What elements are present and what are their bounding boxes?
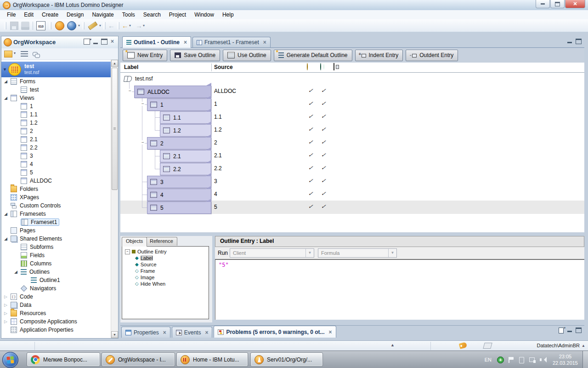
web-visible-check[interactable]: ✓ [321,87,327,94]
language-indicator[interactable]: EN [485,357,492,362]
expander-icon[interactable]: ▼ [1,67,8,72]
outline-entry-1.2[interactable]: 1.2 [160,124,211,137]
tree-item-4[interactable]: 4 [1,160,111,168]
tab-reference[interactable]: Reference [146,237,177,246]
tree-item-fields[interactable]: Fields [1,251,111,259]
scroll-down-icon[interactable]: ▼ [111,331,118,338]
tree-item-alldoc[interactable]: ALLDOC [1,177,111,185]
notes-visible-check[interactable]: ✓ [308,190,314,197]
dropdown-arrow-icon[interactable]: ▾ [129,23,131,28]
run-target-select[interactable]: Client ▼ [230,248,314,258]
tree-item-test[interactable]: ▼testtest.nsf [1,62,111,77]
menu-item-design[interactable]: Design [62,11,88,19]
web-visible-check[interactable]: ✓ [321,152,327,158]
expander-icon[interactable]: ◢ [4,212,11,216]
link-with-editor-icon[interactable] [33,52,38,56]
menu-item-search[interactable]: Search [139,11,165,19]
tree-item-composite-applications[interactable]: ▷Composite Applications [1,317,111,326]
expander-icon[interactable]: ▷ [4,319,11,324]
minimize-panel-icon[interactable] [567,331,572,332]
maximize-editor-icon[interactable] [576,39,582,44]
scrollbar-thumb[interactable] [112,68,118,190]
tree-item-3[interactable]: 3 [1,152,111,160]
dropdown-arrow-icon[interactable]: ▾ [99,23,101,28]
menu-item-edit[interactable]: Edit [20,11,38,19]
outline-entry-1.1[interactable]: 1.1 [160,111,211,124]
close-tab-icon[interactable]: × [329,330,332,334]
objects-item-hide-when[interactable]: ◇Hide When [122,281,209,287]
expand-status-icon[interactable]: ▲ [390,343,395,347]
tree-item-frameset1[interactable]: Frameset1 [1,218,111,226]
tree-item-pages[interactable]: Pages [1,226,111,235]
notes-visible-check[interactable]: ✓ [308,113,314,120]
taskbar-button-home-ibm-lotu...[interactable]: Home - IBM Lotu... [176,352,248,367]
save-icon[interactable] [10,22,18,30]
outline-entry-2.1[interactable]: 2.1 [160,150,211,162]
database-icon[interactable] [67,21,76,30]
close-tab-icon[interactable]: × [205,330,208,335]
outline-entry-2.2[interactable]: 2.2 [160,163,211,175]
tree-item-5[interactable]: 5 [1,168,111,177]
taskbar-button-orgworkspace-i...[interactable]: OrgWorkspace - I... [102,352,175,367]
show-desktop-button[interactable] [582,351,588,368]
bottom-tab-events[interactable]: Events× [172,327,213,338]
tree-item-shared-elements[interactable]: ◢Shared Elements [1,235,111,243]
web-visible-check[interactable]: ✓ [321,126,327,132]
signature-icon[interactable] [483,343,492,349]
bottom-tab-problems[interactable]: Problems (5 errors, 0 warnings, 0 ot...× [214,326,336,338]
tree-item-outline1[interactable]: Outline1 [1,276,111,284]
taskbar-button-serv01-org-org-...[interactable]: Serv01/Org/Org/... [250,352,323,367]
tree-item-application-properties[interactable]: Application Properties [1,326,111,334]
tree-item-views[interactable]: ◢Views [1,94,111,102]
editor-tab-frameset1-frameset[interactable]: Frameset1 - Frameset× [192,37,271,47]
tree-item-2.2[interactable]: 2.2 [1,144,111,152]
web-visible-check[interactable]: ✓ [321,190,327,197]
forward-arrow-icon[interactable]: → [136,22,142,30]
volume-icon[interactable] [539,356,546,363]
close-tab-icon[interactable]: × [163,330,166,335]
collapse-toggle[interactable]: − [128,89,132,93]
tree-item-folders[interactable]: Folders [1,185,111,193]
objects-item-source[interactable]: ◆Source [122,261,209,268]
expander-icon[interactable]: ▷ [4,294,11,299]
restore-button[interactable] [550,0,565,8]
menu-item-help[interactable]: Help [218,11,238,19]
close-tab-icon[interactable]: × [184,40,187,45]
outline-entry-4[interactable]: 4 [147,189,211,201]
generate-default-outline-button[interactable]: Generate Default Outline [274,50,352,61]
tree-item-1.1[interactable]: 1.1 [1,110,111,119]
expander-icon[interactable]: ◢ [14,270,21,274]
tree-item-outlines[interactable]: ◢Outlines [1,268,111,276]
outline-entry-1[interactable]: 1 [147,98,211,111]
taskbar-clock[interactable]: 23:05 22.03.2015 [553,353,578,366]
outline-entry-5[interactable]: 5 [147,201,211,214]
print-icon[interactable] [21,22,29,30]
security-tag-icon[interactable] [459,342,468,349]
expander-icon[interactable]: ◢ [4,96,11,100]
save-outline-button[interactable]: Save Outline [170,50,220,61]
tree-item-2.1[interactable]: 2.1 [1,135,111,144]
tree-item-test[interactable]: test [1,86,111,94]
filter-icon[interactable] [21,51,28,57]
close-button[interactable]: ✕ [565,0,585,8]
collapse-toggle[interactable]: − [141,140,145,144]
menu-item-navigate[interactable]: Navigate [88,11,118,19]
use-outline-button[interactable]: Use Outline [223,50,271,61]
tree-item-1[interactable]: 1 [1,102,111,110]
notes-visible-check[interactable]: ✓ [308,100,314,107]
maximize-panel-icon[interactable] [576,328,582,333]
outline-entry-2[interactable]: 2 [147,137,211,150]
notes-visible-check[interactable]: ✓ [308,178,314,184]
tree-item-framesets[interactable]: ◢Framesets [1,210,111,218]
language-select[interactable]: Formula ▼ [318,248,397,258]
objects-item-image[interactable]: ◇Image [122,274,209,281]
outline-entry-3[interactable]: 3 [147,176,211,188]
editor-tab-outline1-outline[interactable]: Outline1 - Outline× [122,36,191,48]
start-button[interactable] [2,352,18,368]
notes-visible-check[interactable]: ✓ [308,87,314,94]
new-application-icon[interactable] [4,51,12,58]
expander-icon[interactable]: ◢ [4,236,11,241]
lotus-ball-icon[interactable] [55,21,64,30]
scroll-up-icon[interactable]: ▲ [111,60,118,67]
tree-item-columns[interactable]: Columns [1,259,111,268]
